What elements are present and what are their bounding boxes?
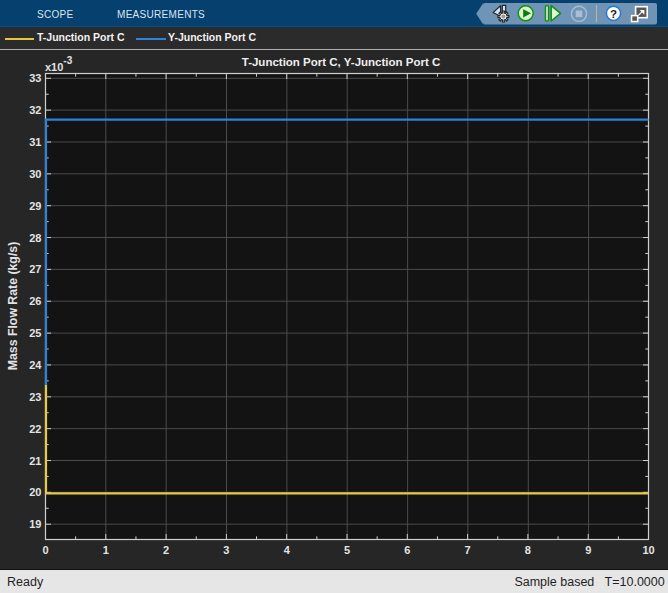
svg-text:8: 8: [525, 544, 531, 556]
svg-text:2: 2: [163, 544, 169, 556]
svg-text:19: 19: [29, 518, 41, 530]
svg-text:33: 33: [29, 72, 41, 84]
svg-text:22: 22: [29, 423, 41, 435]
svg-text:?: ?: [610, 8, 617, 20]
svg-text:27: 27: [29, 263, 41, 275]
svg-text:30: 30: [29, 168, 41, 180]
svg-text:Mass Flow Rate (kg/s): Mass Flow Rate (kg/s): [6, 242, 20, 370]
svg-text:10: 10: [642, 544, 654, 556]
svg-text:29: 29: [29, 200, 41, 212]
svg-text:3: 3: [223, 544, 229, 556]
svg-text:5: 5: [344, 544, 350, 556]
svg-text:24: 24: [29, 359, 42, 371]
svg-text:T-Junction Port C, Y-Junction: T-Junction Port C, Y-Junction Port C: [242, 56, 441, 68]
svg-text:25: 25: [29, 327, 41, 339]
svg-text:26: 26: [29, 295, 41, 307]
svg-text:6: 6: [404, 544, 410, 556]
svg-text:4: 4: [284, 544, 291, 556]
svg-text:32: 32: [29, 104, 41, 116]
svg-text:9: 9: [585, 544, 591, 556]
svg-text:31: 31: [29, 136, 41, 148]
svg-text:0: 0: [42, 544, 48, 556]
svg-text:7: 7: [465, 544, 471, 556]
svg-text:20: 20: [29, 486, 41, 498]
svg-text:28: 28: [29, 232, 41, 244]
svg-text:21: 21: [29, 455, 41, 467]
svg-text:1: 1: [103, 544, 109, 556]
svg-text:23: 23: [29, 391, 41, 403]
